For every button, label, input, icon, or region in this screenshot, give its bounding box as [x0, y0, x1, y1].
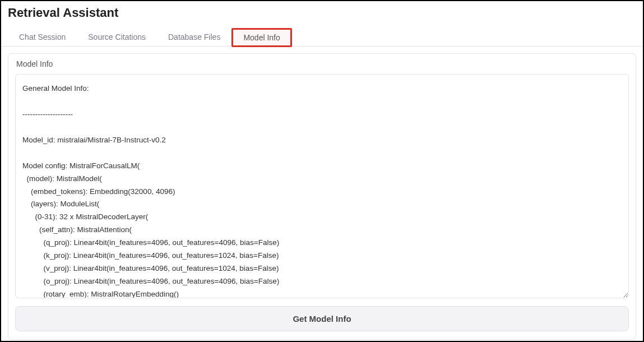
model-info-panel: Model Info General Model Info: ---------… — [8, 53, 636, 340]
tab-chat-session[interactable]: Chat Session — [8, 28, 77, 46]
panel-title: Model Info — [15, 59, 629, 68]
app-frame: Retrieval Assistant Chat Session Source … — [0, 0, 644, 342]
tab-source-citations[interactable]: Source Citations — [77, 28, 157, 46]
get-model-info-button[interactable]: Get Model Info — [15, 306, 629, 331]
tab-database-files[interactable]: Database Files — [157, 28, 231, 46]
resize-handle-icon[interactable] — [620, 290, 627, 297]
model-info-textarea[interactable]: General Model Info: --------------------… — [15, 74, 629, 298]
tab-bar: Chat Session Source Citations Database F… — [1, 28, 643, 47]
app-title: Retrieval Assistant — [8, 6, 636, 20]
tab-model-info[interactable]: Model Info — [231, 28, 291, 47]
